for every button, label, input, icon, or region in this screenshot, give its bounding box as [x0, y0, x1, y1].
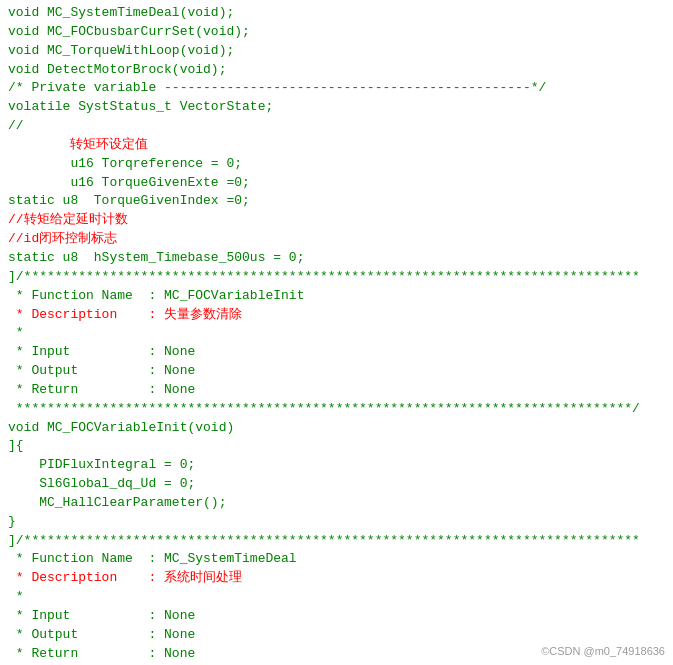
code-line-6: volatile SystStatus_t VectorState;: [0, 98, 673, 117]
code-line-28: }: [0, 513, 673, 532]
code-line-19: * Input : None: [0, 343, 673, 362]
code-line-3: void MC_TorqueWithLoop(void);: [0, 42, 673, 61]
code-line-5: /* Private variable --------------------…: [0, 79, 673, 98]
code-line-20: * Output : None: [0, 362, 673, 381]
code-line-4: void DetectMotorBrock(void);: [0, 61, 673, 80]
code-line-30: * Function Name : MC_SystemTimeDeal: [0, 550, 673, 569]
code-line-16: * Function Name : MC_FOCVariableInit: [0, 287, 673, 306]
code-line-27: MC_HallClearParameter();: [0, 494, 673, 513]
code-line-33: * Input : None: [0, 607, 673, 626]
code-line-7: //: [0, 117, 673, 136]
code-line-31: * Description : 系统时间处理: [0, 569, 673, 588]
code-line-17: * Description : 失量参数清除: [0, 306, 673, 325]
code-line-24: ]{: [0, 437, 673, 456]
code-line-29: ]/**************************************…: [0, 532, 673, 551]
code-line-11: static u8 TorqueGivenIndex =0;: [0, 192, 673, 211]
code-line-25: PIDFluxIntegral = 0;: [0, 456, 673, 475]
watermark-text: ©CSDN @m0_74918636: [541, 645, 665, 657]
code-editor: void MC_SystemTimeDeal(void); void MC_FO…: [0, 0, 673, 665]
code-line-21: * Return : None: [0, 381, 673, 400]
code-line-12: //转矩给定延时计数: [0, 211, 673, 230]
code-line-8: 转矩环设定值: [0, 136, 673, 155]
code-line-26: Sl6Global_dq_Ud = 0;: [0, 475, 673, 494]
code-line-2: void MC_FOCbusbarCurrSet(void);: [0, 23, 673, 42]
code-line-9: u16 Torqreference = 0;: [0, 155, 673, 174]
code-line-15: ]/**************************************…: [0, 268, 673, 287]
code-line-10: u16 TorqueGivenExte =0;: [0, 174, 673, 193]
code-line-34: * Output : None: [0, 626, 673, 645]
code-line-23: void MC_FOCVariableInit(void): [0, 419, 673, 438]
code-line-14: static u8 hSystem_Timebase_500us = 0;: [0, 249, 673, 268]
code-line-1: void MC_SystemTimeDeal(void);: [0, 4, 673, 23]
code-line-18: *: [0, 324, 673, 343]
code-line-13: //id闭环控制标志: [0, 230, 673, 249]
code-line-32: *: [0, 588, 673, 607]
code-line-22: ****************************************…: [0, 400, 673, 419]
